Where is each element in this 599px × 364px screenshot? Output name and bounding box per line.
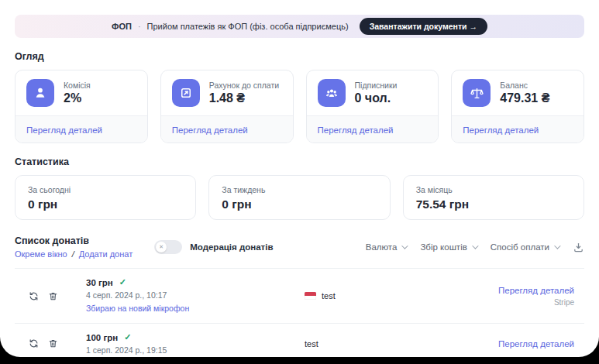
add-donation-link[interactable]: Додати донат xyxy=(79,249,133,259)
card-value: 1.48 ₴ xyxy=(209,91,279,105)
details-link[interactable]: Перегляд деталей xyxy=(172,125,248,135)
overview-cards: Комісія 2% Перегляд деталей Рахунок до с… xyxy=(15,70,584,143)
check-icon: ✓ xyxy=(119,277,126,287)
donation-amount: 100 грн xyxy=(86,333,118,342)
details-link[interactable]: Перегляд деталей xyxy=(498,286,574,295)
donor-name: test xyxy=(322,291,336,300)
dashboard-page: ФОП · Прийом платежів як ФОП (фіз. особа… xyxy=(0,0,599,357)
donations-list: 30 грн ✓ 4 серп. 2024 р., 10:17 Збираю н… xyxy=(15,268,584,357)
banner-separator: · xyxy=(138,22,141,31)
details-link[interactable]: Перегляд деталей xyxy=(498,339,574,349)
card-value: 2% xyxy=(64,91,91,105)
card-label: Баланс xyxy=(500,81,549,90)
separate-window-link[interactable]: Окреме вікно xyxy=(15,249,67,259)
stat-value: 75.54 грн xyxy=(416,197,571,211)
trash-icon[interactable] xyxy=(48,338,58,349)
stat-value: 0 грн xyxy=(222,197,377,211)
statistics-cards: За сьогодні 0 грн За тиждень 0 грн За мі… xyxy=(15,175,584,220)
stat-card-today: За сьогодні 0 грн xyxy=(15,175,196,220)
flag-icon xyxy=(305,292,316,300)
card-value: 0 чол. xyxy=(355,91,398,105)
refresh-icon[interactable] xyxy=(29,291,39,301)
stat-label: За сьогодні xyxy=(28,185,183,194)
details-link[interactable]: Перегляд деталей xyxy=(318,125,394,135)
campaign-link[interactable]: Збираю на новий мікрофон xyxy=(86,304,189,313)
stat-card-week: За тиждень 0 грн xyxy=(208,175,390,220)
overview-card-subscribers: Підписники 0 чол. Перегляд деталей xyxy=(306,70,439,143)
donation-row: 100 грн ✓ 1 серп. 2024 р., 19:15 test Пе… xyxy=(15,323,584,357)
download-documents-button[interactable]: Завантажити документи → xyxy=(360,18,487,35)
stat-label: За тиждень xyxy=(222,185,377,194)
fop-banner: ФОП · Прийом платежів як ФОП (фіз. особа… xyxy=(15,15,584,38)
moderation-toggle[interactable]: ✕ xyxy=(154,240,182,254)
donation-date: 4 серп. 2024 р., 10:17 xyxy=(86,290,305,300)
overview-card-commission: Комісія 2% Перегляд деталей xyxy=(15,70,148,143)
card-label: Комісія xyxy=(64,81,91,90)
chevron-down-icon xyxy=(402,242,408,249)
overview-card-balance: Баланс 479.31 ₴ Перегляд деталей xyxy=(451,70,584,143)
statistics-title: Статистика xyxy=(15,156,584,167)
invoice-icon xyxy=(172,79,200,107)
payment-method-filter[interactable]: Спосіб оплати xyxy=(491,242,559,252)
donor-name: test xyxy=(305,339,318,349)
toggle-knob: ✕ xyxy=(156,242,167,252)
user-icon xyxy=(26,79,54,107)
links-separator: / xyxy=(72,249,74,259)
donations-header: Список донатів Окреме вікно / Додати дон… xyxy=(15,235,584,259)
donation-row: 30 грн ✓ 4 серп. 2024 р., 10:17 Збираю н… xyxy=(15,268,584,323)
details-link[interactable]: Перегляд деталей xyxy=(26,125,102,135)
card-value: 479.31 ₴ xyxy=(500,91,549,105)
moderation-toggle-label: Модерація донатів xyxy=(190,242,273,252)
fundraiser-filter[interactable]: Збір коштів xyxy=(420,242,476,252)
stat-label: За місяць xyxy=(416,185,571,194)
toggle-x-icon: ✕ xyxy=(159,244,164,250)
donations-title: Список донатів xyxy=(15,235,133,246)
balance-icon xyxy=(463,79,491,107)
subscribers-icon xyxy=(318,79,346,107)
card-label: Рахунок до сплати xyxy=(209,81,279,90)
stat-card-month: За місяць 75.54 грн xyxy=(403,175,584,220)
payment-method: Stripe xyxy=(554,298,574,307)
chevron-down-icon xyxy=(472,242,478,249)
donation-amount: 30 грн xyxy=(86,278,113,287)
refresh-icon[interactable] xyxy=(29,338,39,349)
donation-date: 1 серп. 2024 р., 19:15 xyxy=(86,345,305,355)
chevron-down-icon xyxy=(554,242,560,249)
card-label: Підписники xyxy=(355,81,398,90)
download-icon[interactable] xyxy=(573,242,584,253)
overview-card-invoice: Рахунок до сплати 1.48 ₴ Перегляд детале… xyxy=(160,70,294,143)
check-icon: ✓ xyxy=(124,332,131,342)
fop-badge: ФОП xyxy=(112,22,132,31)
currency-filter[interactable]: Валюта xyxy=(366,242,407,252)
details-link[interactable]: Перегляд деталей xyxy=(463,125,539,135)
overview-title: Огляд xyxy=(15,51,584,62)
trash-icon[interactable] xyxy=(48,291,58,301)
banner-text: Прийом платежів як ФОП (фіз. особа підпр… xyxy=(147,22,349,31)
stat-value: 0 грн xyxy=(28,197,183,211)
